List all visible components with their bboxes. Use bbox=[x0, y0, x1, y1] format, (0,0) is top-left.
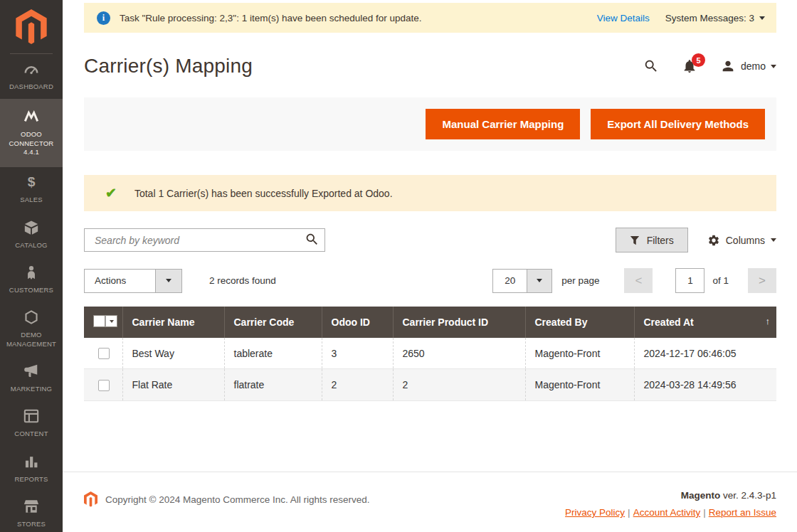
sidebar-item-customers[interactable]: CUSTOMERS bbox=[0, 257, 63, 302]
table-row: Best Waytablerate32650Magento-Front2024-… bbox=[84, 338, 776, 369]
page-content: i Task "Rule processing: 2,3": 1 item(s)… bbox=[63, 0, 797, 401]
sidebar-item-label: SALES bbox=[2, 196, 60, 204]
odoo-connector-icon bbox=[2, 109, 60, 127]
previous-page-button[interactable]: < bbox=[624, 268, 653, 293]
page-input[interactable] bbox=[675, 268, 704, 293]
page-title: Carrier(s) Mapping bbox=[84, 55, 253, 78]
table-cell: 2024-03-28 14:49:56 bbox=[634, 369, 776, 400]
actions-select[interactable]: Actions bbox=[84, 269, 182, 293]
sidebar-item-label: MARKETING bbox=[2, 385, 60, 393]
info-icon: i bbox=[97, 11, 110, 25]
export-all-delivery-methods-button[interactable]: Export All Delivery Methods bbox=[591, 109, 765, 139]
svg-text:$: $ bbox=[28, 174, 36, 189]
link-separator: | bbox=[703, 507, 706, 518]
demo-management-icon bbox=[2, 309, 60, 328]
next-page-button[interactable]: > bbox=[748, 268, 776, 293]
notification-message: Task "Rule processing: 2,3": 1 item(s) h… bbox=[120, 13, 422, 23]
notifications-button[interactable]: 5 bbox=[682, 58, 697, 74]
table-body: Best Waytablerate32650Magento-Front2024-… bbox=[84, 338, 776, 400]
column-header-odoo-id[interactable]: Odoo ID bbox=[322, 307, 393, 338]
column-header-carrier-product-id[interactable]: Carrier Product ID bbox=[393, 307, 525, 338]
footer-link-report-an-issue[interactable]: Report an Issue bbox=[709, 507, 776, 518]
select-options-toggle[interactable] bbox=[105, 315, 117, 327]
sidebar-item-stores[interactable]: STORES bbox=[0, 491, 63, 532]
table-row: Flat Rateflatrate22Magento-Front2024-03-… bbox=[84, 369, 776, 400]
system-notification-bar: i Task "Rule processing: 2,3": 1 item(s)… bbox=[84, 3, 776, 33]
table-cell: Magento-Front bbox=[525, 338, 634, 369]
sidebar: DASHBOARDODOO CONNECTOR 4.4.1$SALESCATAL… bbox=[0, 0, 63, 532]
table-header-row: Carrier NameCarrier CodeOdoo IDCarrier P… bbox=[84, 307, 776, 338]
magento-version: Magento ver. 2.4.3-p1 bbox=[565, 490, 776, 501]
columns-label: Columns bbox=[726, 235, 765, 246]
chevron-down-icon bbox=[771, 65, 776, 68]
sidebar-item-dashboard[interactable]: DASHBOARD bbox=[0, 54, 63, 99]
sidebar-item-demo-management[interactable]: DEMO MANAGEMENT bbox=[0, 302, 63, 356]
page-header: Carrier(s) Mapping 5 demo bbox=[84, 55, 776, 78]
customers-icon bbox=[2, 265, 60, 283]
version-number: ver. 2.4.3-p1 bbox=[723, 490, 776, 501]
chevron-down-icon bbox=[527, 270, 551, 292]
grid-toolbar: Filters Columns bbox=[84, 228, 776, 252]
dashboard-icon bbox=[2, 61, 60, 80]
main-area: i Task "Rule processing: 2,3": 1 item(s)… bbox=[63, 0, 797, 532]
sales-icon: $ bbox=[2, 174, 60, 193]
sidebar-item-label: CATALOG bbox=[2, 241, 60, 250]
table-cell: Magento-Front bbox=[525, 369, 634, 400]
manual-carrier-mapping-button[interactable]: Manual Carrier Mapping bbox=[426, 109, 580, 139]
per-page-select[interactable]: 20 bbox=[492, 269, 552, 293]
gear-icon bbox=[707, 234, 720, 247]
row-checkbox[interactable] bbox=[98, 380, 110, 391]
system-messages-label: System Messages: 3 bbox=[665, 13, 754, 23]
success-message-text: Total 1 Carrier(s) has been successfully… bbox=[134, 188, 393, 199]
content-icon bbox=[2, 408, 60, 427]
sidebar-item-label: ODOO CONNECTOR 4.4.1 bbox=[2, 130, 60, 156]
search-icon[interactable] bbox=[643, 58, 659, 74]
sidebar-item-marketing[interactable]: MARKETING bbox=[0, 356, 63, 401]
user-menu[interactable]: demo bbox=[720, 58, 776, 74]
grid-controls: Actions 2 records found 20 per page < of… bbox=[84, 268, 776, 293]
user-icon bbox=[720, 58, 736, 74]
search-input[interactable] bbox=[84, 228, 325, 252]
catalog-icon bbox=[2, 220, 60, 238]
footer-link-privacy-policy[interactable]: Privacy Policy bbox=[565, 507, 625, 518]
total-pages-label: of 1 bbox=[712, 275, 729, 286]
column-header-carrier-name[interactable]: Carrier Name bbox=[122, 307, 224, 338]
sidebar-item-label: STORES bbox=[2, 520, 60, 528]
row-checkbox[interactable] bbox=[98, 348, 110, 359]
sidebar-item-label: REPORTS bbox=[2, 475, 60, 484]
reports-icon bbox=[2, 454, 60, 472]
user-name: demo bbox=[741, 60, 766, 72]
table-cell: 2024-12-17 06:46:05 bbox=[634, 338, 776, 369]
notifications-badge: 5 bbox=[692, 53, 705, 67]
records-found: 2 records found bbox=[209, 275, 276, 286]
column-header-created-at[interactable]: Created At↑ bbox=[634, 307, 776, 338]
carriers-table: Carrier NameCarrier CodeOdoo IDCarrier P… bbox=[84, 307, 776, 401]
sidebar-item-content[interactable]: CONTENT bbox=[0, 401, 63, 446]
sidebar-item-sales[interactable]: $SALES bbox=[0, 167, 63, 212]
sidebar-item-odoo-connector[interactable]: ODOO CONNECTOR 4.4.1 bbox=[0, 99, 63, 167]
system-messages-toggle[interactable]: System Messages: 3 bbox=[665, 13, 765, 23]
filters-label: Filters bbox=[647, 235, 674, 246]
sidebar-item-label: CUSTOMERS bbox=[2, 286, 60, 294]
stores-icon bbox=[2, 499, 60, 517]
footer-link-account-activity[interactable]: Account Activity bbox=[633, 507, 701, 518]
sidebar-item-label: CONTENT bbox=[2, 430, 60, 438]
magento-logo[interactable] bbox=[0, 0, 63, 54]
columns-control[interactable]: Columns bbox=[707, 234, 776, 247]
funnel-icon bbox=[630, 235, 640, 245]
sidebar-item-catalog[interactable]: CATALOG bbox=[0, 213, 63, 257]
chevron-down-icon bbox=[155, 270, 181, 292]
select-all-checkbox[interactable] bbox=[93, 315, 105, 327]
chevron-left-icon: < bbox=[635, 274, 643, 288]
footer-links: Privacy Policy|Account Activity|Report a… bbox=[565, 507, 776, 518]
link-separator: | bbox=[628, 507, 630, 518]
table-cell: 3 bbox=[322, 338, 393, 369]
column-header-created-by[interactable]: Created By bbox=[525, 307, 634, 338]
sidebar-item-reports[interactable]: REPORTS bbox=[0, 447, 63, 491]
chevron-down-icon bbox=[759, 16, 765, 20]
success-message: ✔ Total 1 Carrier(s) has been successful… bbox=[84, 175, 776, 211]
search-submit-icon[interactable] bbox=[305, 232, 320, 247]
column-header-carrier-code[interactable]: Carrier Code bbox=[224, 307, 322, 338]
view-details-link[interactable]: View Details bbox=[597, 13, 650, 23]
filters-button[interactable]: Filters bbox=[616, 228, 688, 252]
